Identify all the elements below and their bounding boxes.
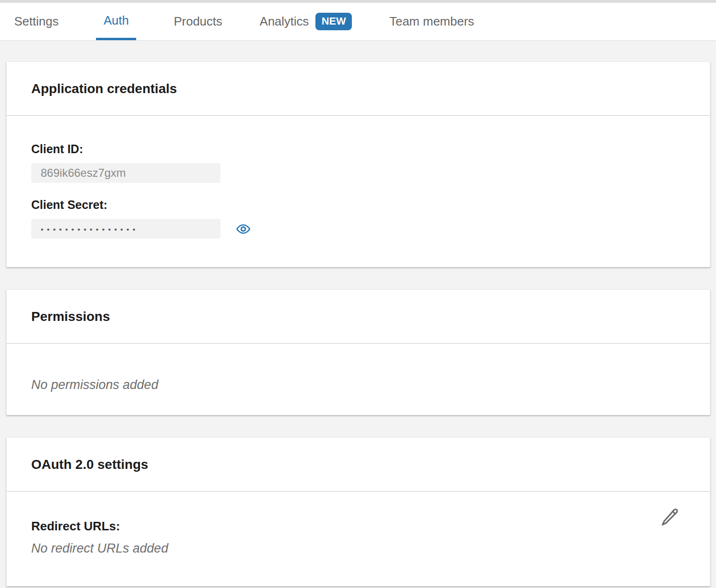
auth-tab-content: Application credentials Client ID: Clien…: [0, 41, 716, 586]
tab-products-label: Products: [174, 14, 222, 29]
application-credentials-header: Application credentials: [7, 62, 710, 116]
tab-settings-label: Settings: [14, 14, 59, 29]
permissions-card: Permissions No permissions added: [6, 289, 710, 415]
permissions-empty-text: No permissions added: [31, 378, 685, 392]
tab-analytics-label: Analytics: [260, 14, 309, 29]
tab-auth[interactable]: Auth: [96, 3, 137, 40]
client-id-label: Client ID:: [31, 142, 685, 156]
oauth-settings-body: Redirect URLs: No redirect URLs added: [7, 492, 710, 586]
tab-team-members[interactable]: Team members: [389, 3, 474, 40]
permissions-title: Permissions: [31, 309, 110, 324]
pencil-icon: [660, 507, 681, 527]
application-credentials-card: Application credentials Client ID: Clien…: [6, 61, 710, 267]
permissions-header: Permissions: [7, 290, 710, 344]
client-secret-label: Client Secret:: [31, 198, 685, 212]
client-secret-row: [31, 219, 685, 239]
redirect-urls-empty-text: No redirect URLs added: [31, 541, 685, 556]
application-credentials-title: Application credentials: [31, 81, 177, 96]
app-tab-bar: Settings Auth Products Analytics NEW Tea…: [0, 3, 716, 41]
eye-icon: [236, 222, 251, 236]
application-credentials-body: Client ID: Client Secret:: [7, 116, 710, 267]
client-secret-field[interactable]: [31, 219, 220, 239]
oauth-settings-title: OAuth 2.0 settings: [31, 457, 148, 472]
oauth-settings-card: OAuth 2.0 settings Redirect URLs: No red…: [6, 437, 710, 586]
reveal-secret-button[interactable]: [236, 222, 251, 236]
tab-analytics[interactable]: Analytics NEW: [260, 3, 352, 40]
new-badge: NEW: [315, 13, 352, 30]
edit-redirect-urls-button[interactable]: [660, 507, 681, 527]
permissions-body: No permissions added: [7, 344, 710, 415]
tab-settings[interactable]: Settings: [14, 3, 59, 40]
redirect-urls-label: Redirect URLs:: [31, 519, 685, 534]
tab-auth-label: Auth: [104, 13, 129, 28]
oauth-settings-header: OAuth 2.0 settings: [7, 438, 710, 492]
client-id-field[interactable]: [31, 163, 220, 183]
tab-team-members-label: Team members: [389, 14, 474, 29]
tab-products[interactable]: Products: [174, 3, 222, 40]
